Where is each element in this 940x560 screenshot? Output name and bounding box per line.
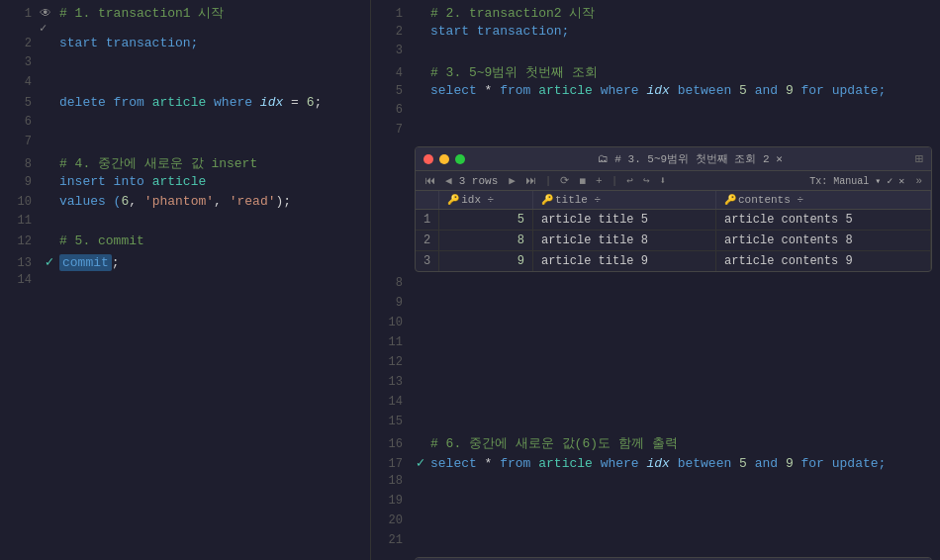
row-number: 2 (416, 231, 439, 251)
refresh-btn[interactable]: ⟳ (557, 174, 572, 187)
line-number: 6 (375, 103, 403, 117)
stop-btn[interactable]: ◼ (576, 174, 589, 187)
more-btn[interactable]: » (912, 175, 925, 187)
line-content: # 1. transaction1 시작 (59, 4, 366, 22)
code-line: 17 ✓ select * from article where idx bet… (371, 454, 940, 474)
cell-idx: 8 (439, 231, 533, 251)
line-number: 7 (4, 135, 32, 148)
col-header-idx[interactable]: 🔑idx ÷ (439, 191, 533, 210)
line-number: 5 (375, 84, 403, 98)
code-line: 16 # 6. 중간에 새로운 값(6)도 함께 출력 (371, 434, 940, 454)
line-indicator: ✓ (40, 253, 59, 270)
left-editor-panel: 1 👁 ✓ # 1. transaction1 시작 2 start trans… (0, 0, 371, 560)
code-line: 8 # 4. 중간에 새로운 값 insert (0, 154, 370, 174)
code-line: 20 (371, 513, 940, 533)
result-table: 🔑idx ÷ 🔑title ÷ 🔑contents ÷ 1 5 article … (416, 191, 931, 271)
line-indicator: 👁 ✓ (40, 6, 59, 36)
line-number: 14 (375, 395, 403, 409)
cell-contents: article contents 5 (715, 210, 930, 231)
line-number: 12 (375, 355, 403, 369)
line-number: 1 (375, 7, 403, 21)
code-line: 19 (371, 494, 940, 513)
line-number: 2 (375, 25, 403, 39)
line-number: 16 (375, 437, 403, 451)
code-line: 4 # 3. 5~9범위 첫번째 조회 (371, 63, 940, 83)
grid-icon: ⊞ (915, 150, 923, 167)
code-line: 3 (371, 44, 940, 63)
line-number: 20 (375, 513, 403, 527)
line-number: 8 (375, 276, 403, 290)
code-line: 21 (371, 533, 940, 553)
code-line: 18 (371, 474, 940, 494)
code-line: 13 ✓ commit; (0, 253, 370, 273)
download-btn[interactable]: ⬇ (657, 174, 670, 187)
table-row: 3 9 article title 9 article contents 9 (416, 251, 931, 272)
row-number: 3 (416, 251, 439, 272)
code-line: 2 start transaction; (371, 24, 940, 44)
check-icon: ✓ (417, 454, 424, 471)
line-number: 21 (375, 533, 403, 547)
line-indicator: ✓ (411, 454, 430, 471)
undo-btn[interactable]: ↩ (623, 174, 636, 187)
code-line: 10 values (6, 'phantom', 'read'); (0, 194, 370, 214)
line-content: start transaction; (59, 36, 366, 50)
col-header-contents[interactable]: 🔑contents ÷ (715, 191, 930, 210)
tx-manual: Tx: Manual ▾ ✓ ✕ (809, 175, 904, 187)
line-content: commit; (59, 255, 366, 270)
code-line: 8 (371, 276, 940, 296)
table-row: 1 5 article title 5 article contents 5 (416, 210, 931, 231)
redo-btn[interactable]: ↪ (640, 174, 653, 187)
line-number: 5 (4, 96, 32, 110)
table-row: 2 8 article title 8 article contents 8 (416, 231, 931, 251)
line-number: 12 (4, 234, 32, 248)
line-number: 11 (375, 335, 403, 349)
line-number: 15 (375, 415, 403, 428)
line-number: 8 (4, 157, 32, 171)
code-line: 14 (371, 395, 940, 415)
line-number: 3 (4, 55, 32, 69)
nav-last[interactable]: ⏭ (522, 174, 539, 187)
cell-contents: article contents 9 (715, 251, 930, 272)
code-line: 6 (371, 103, 940, 123)
line-number: 13 (4, 256, 32, 270)
minimize-button[interactable] (439, 154, 449, 164)
nav-prev[interactable]: ◀ (442, 174, 455, 187)
line-content: # 6. 중간에 새로운 값(6)도 함께 출력 (430, 434, 936, 452)
code-line: 4 (0, 75, 370, 95)
line-number: 11 (4, 214, 32, 228)
add-btn[interactable]: + (593, 175, 606, 187)
code-line: 10 (371, 316, 940, 335)
nav-first[interactable]: ⏮ (422, 174, 438, 187)
cell-title: article title 5 (532, 210, 715, 231)
code-line: 9 insert into article (0, 174, 370, 194)
line-content: values (6, 'phantom', 'read'); (59, 194, 366, 209)
code-line: 9 (371, 296, 940, 316)
rows-info: 3 rows (459, 175, 499, 187)
code-line: 13 (371, 375, 940, 395)
code-line: 14 (0, 273, 370, 293)
cell-idx: 9 (439, 251, 533, 272)
cell-idx: 5 (439, 210, 533, 231)
nav-next[interactable]: ▶ (506, 174, 518, 187)
line-number: 10 (375, 316, 403, 329)
result-table-popup: 🗂 # 3. 5~9범위 첫번째 조회 2 ✕ ⊞ ⏮ ◀ 3 rows ▶ ⏭… (415, 146, 932, 272)
eye-icon: 👁 ✓ (40, 6, 59, 36)
row-number: 1 (416, 210, 439, 231)
line-number: 13 (375, 375, 403, 389)
code-line: 15 (371, 415, 940, 434)
code-line: 12 # 5. commit (0, 233, 370, 253)
line-number: 4 (4, 75, 32, 89)
line-content: # 3. 5~9범위 첫번째 조회 (430, 63, 936, 81)
cell-title: article title 8 (532, 231, 715, 251)
close-button[interactable] (423, 154, 433, 164)
maximize-button[interactable] (455, 154, 465, 164)
line-number: 9 (375, 296, 403, 310)
check-icon: ✓ (46, 253, 53, 270)
line-content: start transaction; (430, 24, 936, 39)
col-header-title[interactable]: 🔑title ÷ (532, 191, 715, 210)
line-number: 6 (4, 115, 32, 129)
code-line: 6 (0, 115, 370, 135)
line-number: 14 (4, 273, 32, 287)
code-line: 7 (371, 123, 940, 142)
code-line: 2 start transaction; (0, 36, 370, 55)
